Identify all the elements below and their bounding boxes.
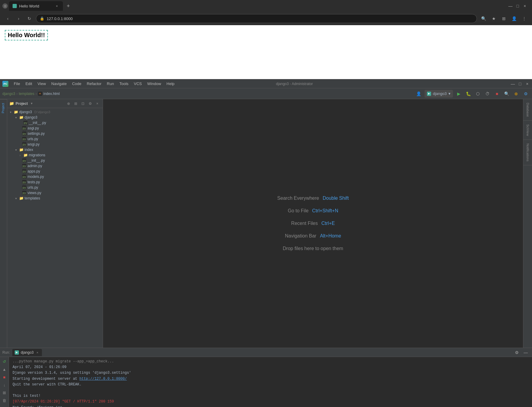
extensions-button[interactable]: ⊞	[500, 14, 508, 23]
tree-templates-folder[interactable]: ▾ 📁 templates	[7, 196, 103, 201]
django3-folder-icon: 📁	[19, 115, 23, 119]
tree-asgi-py[interactable]: py asgi.py	[7, 125, 103, 131]
tree-views-py[interactable]: py views.py	[7, 190, 103, 196]
browser-maximize[interactable]: □	[515, 4, 520, 8]
stop-button[interactable]: ■	[493, 90, 501, 98]
notifications-panel[interactable]: Notifications	[523, 140, 532, 165]
tree-settings-py[interactable]: py settings.py	[7, 131, 103, 136]
run-tab-active[interactable]: ▶ django3 ×	[12, 349, 42, 356]
stop-btn[interactable]: ■	[1, 374, 8, 380]
ide-main: Project 📁 Project ▾ ⊕ ⊞ ⊡ ⚙ × ▾	[0, 99, 532, 348]
project-sidebar-label[interactable]: Project	[0, 99, 7, 117]
py-icon-models: py	[22, 175, 26, 179]
tree-urls-py-1[interactable]: py urls.py	[7, 136, 103, 142]
menu-tools[interactable]: Tools	[117, 81, 131, 87]
menu-vcs[interactable]: VCS	[131, 81, 144, 87]
output-line-0: ...python manage.py migrate --app_=app_c…	[13, 359, 528, 364]
address-bar[interactable]: 🔒 127.0.0.1:8000	[36, 14, 477, 23]
sciview-panel[interactable]: SciView	[523, 121, 532, 140]
menu-edit[interactable]: Edit	[23, 81, 34, 87]
file-wsgi: wsgi.py	[28, 142, 40, 146]
tree-migrations-folder[interactable]: › 📁 migrations	[7, 152, 103, 158]
menu-button[interactable]: ⋮	[520, 14, 528, 23]
tree-arrow-2: ▾	[14, 115, 18, 119]
refresh-button[interactable]: ↻	[25, 14, 34, 23]
clear-btn[interactable]: 🗑	[1, 397, 8, 404]
rerun-btn[interactable]: ↺	[1, 358, 8, 365]
settings-button[interactable]: ⚙	[522, 90, 530, 98]
django3-folder-name: django3	[25, 115, 37, 119]
profile-action-btn[interactable]: 👤	[415, 90, 423, 98]
filter-btn[interactable]: ⊡	[80, 101, 86, 107]
menu-window[interactable]: Window	[145, 81, 163, 87]
ide-toolbar: django3 › templates › H index.html 👤 ▶ d…	[0, 88, 532, 99]
menu-view[interactable]: View	[35, 81, 48, 87]
tree-tests-py[interactable]: py tests.py	[7, 179, 103, 185]
browser-content-box: Hello World!!	[5, 30, 48, 40]
shortcut-recent: Recent Files Ctrl+E	[291, 221, 335, 226]
new-tab-button[interactable]: +	[64, 2, 72, 10]
ide-close[interactable]: ×	[525, 81, 530, 86]
menu-help[interactable]: Help	[164, 81, 177, 87]
debug-button[interactable]: 🐛	[464, 90, 472, 98]
ide-maximize[interactable]: □	[518, 81, 522, 86]
tree-apps-py[interactable]: py apps.py	[7, 169, 103, 174]
shortcut-goto: Go to File Ctrl+Shift+N	[288, 208, 338, 214]
search-everywhere-button[interactable]: 🔍	[503, 90, 510, 98]
settings-btn[interactable]: ⚙	[87, 101, 93, 107]
breadcrumb-folder[interactable]: templates	[19, 92, 34, 96]
profile-button[interactable]: 👤	[510, 14, 518, 23]
wrap-btn[interactable]: ⊠	[1, 389, 8, 396]
tree-init-py-2[interactable]: py __init__.py	[7, 158, 103, 163]
menu-code[interactable]: Code	[70, 81, 84, 87]
browser-tab-active[interactable]: Hello World ×	[9, 1, 63, 11]
run-config-selector[interactable]: ▶ django3 ▾	[425, 90, 453, 98]
tree-django3-folder[interactable]: ▾ 📁 django3	[7, 115, 103, 120]
coverage-button[interactable]: ⬡	[474, 90, 482, 98]
menu-navigate[interactable]: Navigate	[49, 81, 69, 87]
tab-close-button[interactable]: ×	[54, 4, 59, 8]
run-panel-collapse[interactable]: —	[522, 349, 530, 356]
tree-wsgi-py[interactable]: py wsgi.py	[7, 142, 103, 147]
browser-close[interactable]: ×	[522, 4, 527, 8]
back-button[interactable]: ‹	[4, 14, 12, 23]
tree-admin-py[interactable]: py admin.py	[7, 163, 103, 169]
py-icon-wsgi: py	[22, 142, 26, 146]
breadcrumb-project[interactable]: django3	[2, 92, 15, 96]
py-icon-urls2: py	[22, 185, 26, 190]
panel-dropdown[interactable]: ▾	[31, 102, 33, 105]
tree-init-py-1[interactable]: py __init__.py	[7, 120, 103, 125]
tree-models-py[interactable]: py models.py	[7, 174, 103, 179]
close-panel-btn[interactable]: ×	[94, 101, 100, 107]
collapse-all-btn[interactable]: ⊕	[66, 101, 72, 107]
run-button[interactable]: ▶	[455, 90, 463, 98]
bookmark-button[interactable]: ★	[489, 14, 498, 23]
browser-minimize[interactable]: —	[508, 4, 513, 8]
zoom-button[interactable]: 🔍	[479, 14, 488, 23]
run-config-chevron: ▾	[448, 91, 451, 96]
scroll-down-btn[interactable]: ↓	[1, 382, 8, 388]
scroll-to-btn[interactable]: ⊞	[73, 101, 79, 107]
left-sidebar-labels: Project	[0, 99, 7, 348]
tree-urls-py-2[interactable]: py urls.py	[7, 185, 103, 190]
forward-button[interactable]: ›	[14, 14, 23, 23]
ide-minimize[interactable]: —	[510, 81, 515, 86]
tree-root[interactable]: ▾ 📁 django3 D:\django3	[7, 109, 103, 115]
profile-run-button[interactable]: ⏱	[484, 90, 491, 98]
run-tab-close[interactable]: ×	[35, 350, 40, 355]
menu-refactor[interactable]: Refactor	[84, 81, 104, 87]
breadcrumb-file[interactable]: H index.html	[38, 92, 60, 96]
browser-tab-circle[interactable]: ☰	[2, 3, 8, 9]
tree-index-folder[interactable]: ▾ 📁 index	[7, 147, 103, 152]
run-panel-settings[interactable]: ⚙	[513, 349, 521, 356]
stop-run-btn[interactable]: ▲	[1, 366, 8, 373]
git-button[interactable]: ⊕	[512, 90, 520, 98]
py-icon-init2: py	[22, 158, 26, 163]
menu-file[interactable]: File	[11, 81, 22, 87]
menu-run[interactable]: Run	[104, 81, 116, 87]
py-icon-settings: py	[22, 131, 26, 136]
migrations-folder-name: migrations	[29, 153, 45, 157]
database-panel[interactable]: Database	[523, 99, 532, 121]
server-link[interactable]: http://127.0.0.1:8000/	[79, 377, 127, 381]
file-tree: ▾ 📁 django3 D:\django3 ▾ 📁 django3 py __	[7, 108, 103, 348]
